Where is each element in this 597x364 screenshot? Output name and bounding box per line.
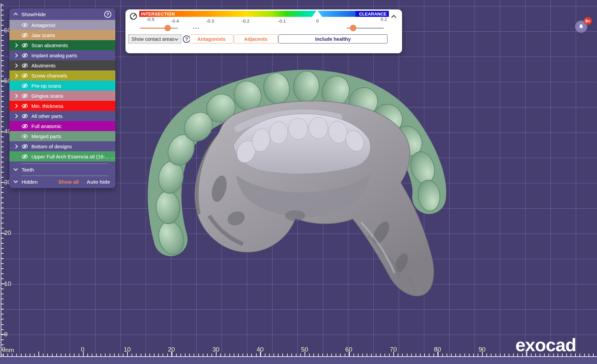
expand-chevron-icon[interactable] (13, 104, 18, 108)
expand-chevron-icon[interactable] (13, 114, 18, 118)
left-ruler: 6050403020100 (0, 0, 10, 357)
expand-chevron-icon[interactable] (13, 94, 18, 98)
panel-item[interactable]: Merged parts (9, 131, 115, 141)
expand-chevron-icon[interactable] (13, 73, 18, 78)
auto-hide-button[interactable]: Auto hide (87, 179, 110, 185)
slider-fill (140, 28, 168, 29)
panel-title: Show/Hide (21, 11, 46, 17)
slider-handle[interactable] (165, 25, 171, 31)
occlusion-toolbar: INTERSECTION CLEARANCE -0.5 -0.4 -0.3 -0… (125, 9, 402, 53)
ruler-label: 40 (256, 346, 263, 353)
toolbar-help-icon[interactable]: ? (183, 35, 190, 43)
panel-item-label: Gingiva scans (31, 93, 63, 99)
visibility-toggle-icon[interactable] (22, 103, 28, 109)
teeth-section-label: Teeth (22, 167, 34, 173)
ruler-label: 90 (478, 346, 485, 353)
visibility-toggle-icon[interactable] (22, 32, 28, 38)
ruler-label: 0 (81, 346, 85, 353)
exocad-logo: exocad (515, 334, 576, 355)
panel-item-label: Scan abutments (31, 42, 68, 48)
antagonists-button[interactable]: Antagonists (190, 34, 233, 43)
expand-chevron-icon[interactable] (13, 144, 18, 149)
visibility-toggle-icon[interactable] (22, 22, 28, 28)
chevron-down-icon (174, 37, 178, 40)
panel-item[interactable]: Antagonist (9, 20, 115, 30)
panel-item[interactable]: Scan abutments (9, 40, 115, 50)
intersection-label: INTERSECTION (141, 11, 175, 17)
expand-chevron-icon[interactable] (13, 63, 18, 68)
clearance-label: CLEARANCE (356, 11, 389, 17)
help-icon[interactable]: ? (104, 11, 111, 18)
visibility-toggle-icon[interactable] (22, 113, 28, 119)
teeth-section-header[interactable]: Teeth (9, 165, 115, 174)
panel-item[interactable]: Jaw scans (9, 30, 115, 40)
tick-label: -0.2 (241, 19, 249, 24)
ruler-label: 30 (212, 346, 219, 353)
panel-item-label: Antagonist (31, 22, 55, 28)
visibility-toggle-icon[interactable] (22, 42, 28, 49)
slider-handle[interactable] (350, 25, 357, 31)
hidden-section-label: Hidden (22, 179, 38, 185)
panel-item[interactable]: Pre-op scans (9, 81, 115, 91)
exocad-3d-viewport[interactable]: 6050403020100 mm 0102030405060708090100 … (0, 0, 597, 364)
tick-label: 0 (316, 19, 319, 24)
visibility-toggle-icon[interactable] (22, 83, 28, 89)
panel-item-label: Screw channels (31, 73, 67, 79)
panel-item[interactable]: All other parts (9, 111, 115, 121)
visibility-toggle-icon[interactable] (22, 123, 28, 129)
panel-item[interactable]: Gingiva scans (9, 91, 115, 101)
divider (21, 176, 108, 176)
contact-display-dropdown[interactable]: Show contact areas (128, 34, 181, 43)
tick-label: -0.4 (171, 19, 179, 24)
divider (21, 163, 108, 164)
ruler-label: 80 (434, 346, 441, 353)
hidden-section-header[interactable]: Hidden Show all Auto hide (9, 178, 115, 186)
panel-item-label: Implant analog parts (31, 53, 77, 58)
panel-item[interactable]: Min. thickness (9, 101, 115, 111)
visibility-toggle-icon[interactable] (22, 72, 28, 79)
expand-chevron-icon[interactable] (13, 43, 18, 48)
notifications-button[interactable]: 9+ (573, 16, 594, 35)
visibility-toggle-icon[interactable] (22, 153, 28, 160)
include-healthy-button[interactable]: Include healthy (278, 34, 388, 43)
panel-item[interactable]: Upper Full Arch Essencia.stl (16-... ... (9, 151, 115, 161)
notification-badge: 9+ (584, 17, 592, 25)
more-options-dots[interactable]: ... (193, 24, 200, 30)
toolbar-collapse-chevron[interactable] (391, 15, 397, 20)
show-hide-panel: Show/Hide ? (9, 8, 115, 188)
clearance-range-slider[interactable] (347, 25, 384, 31)
panel-item[interactable]: Abutments (9, 60, 115, 70)
intersection-range-slider[interactable] (140, 25, 178, 31)
panel-item[interactable]: Full anatomic (9, 121, 115, 131)
visibility-toggle-icon[interactable] (22, 143, 28, 150)
visibility-toggle-icon[interactable] (22, 62, 28, 69)
ruler-label: 10 (4, 280, 11, 287)
adjacents-button[interactable]: Adjacents (234, 34, 278, 43)
bottom-ruler: mm 0102030405060708090100 (0, 344, 597, 357)
ruler-label: 20 (168, 346, 175, 353)
chevron-down-icon (13, 166, 18, 171)
panel-items: Antagonist Jaw scans (9, 20, 115, 161)
expand-chevron-icon[interactable] (13, 53, 18, 58)
panel-item[interactable]: Bottom of designs (9, 141, 115, 151)
tick-label: -0.5 (146, 17, 154, 22)
panel-item-label: Pre-op scans (31, 83, 61, 89)
visibility-toggle-icon[interactable] (22, 52, 28, 59)
collapse-chevron-icon[interactable] (13, 12, 18, 17)
ruler-label: 50 (301, 346, 308, 353)
panel-item[interactable]: Screw channels (9, 70, 115, 81)
panel-item-label: Upper Full Arch Essencia.stl (16-... ... (31, 154, 115, 159)
chevron-down-icon (13, 179, 18, 183)
visibility-toggle-icon[interactable] (22, 93, 28, 99)
show-all-button[interactable]: Show all (58, 179, 79, 185)
panel-item-label: Min. thickness (31, 103, 63, 109)
visibility-toggle-icon[interactable] (22, 133, 28, 140)
panel-item-label: All other parts (31, 113, 63, 119)
window-bottom-strip (0, 357, 597, 364)
panel-item[interactable]: Implant analog parts (9, 50, 115, 60)
ruler-label: 70 (390, 346, 397, 353)
ruler-label: 10 (123, 346, 131, 353)
panel-header[interactable]: Show/Hide ? (9, 8, 115, 20)
tick-label: -0.3 (206, 19, 214, 24)
tick-label: 0.2 (381, 17, 387, 22)
